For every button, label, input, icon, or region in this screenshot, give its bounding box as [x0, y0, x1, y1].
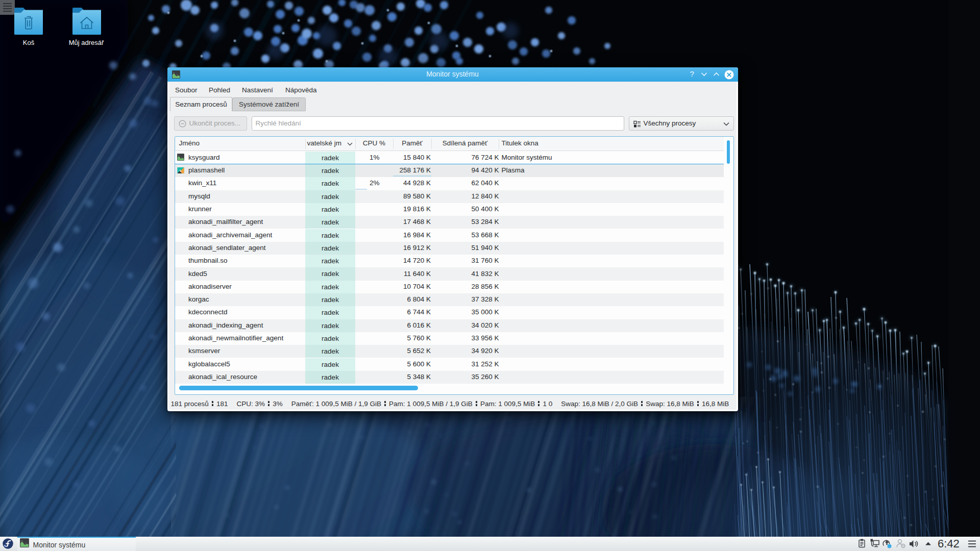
svg-text:6:42: 6:42	[938, 538, 960, 550]
